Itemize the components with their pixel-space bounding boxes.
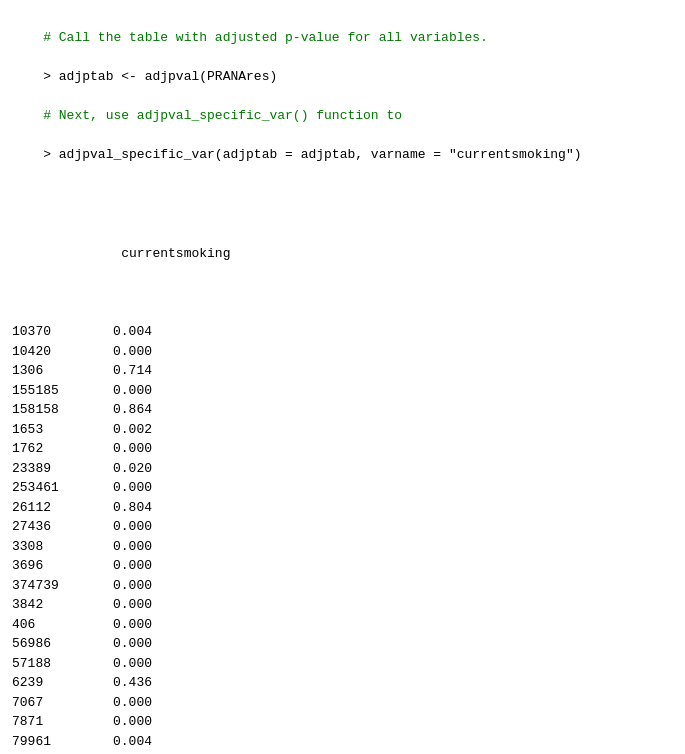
row-value: 0.020 [92, 459, 172, 479]
table-row: 16530.002 [12, 420, 673, 440]
row-id: 7067 [12, 693, 92, 713]
table-row: 103700.004 [12, 322, 673, 342]
table-row: 274360.000 [12, 517, 673, 537]
table-row: 62390.436 [12, 673, 673, 693]
table-row: 17620.000 [12, 439, 673, 459]
row-value: 0.000 [92, 517, 172, 537]
row-id: 27436 [12, 517, 92, 537]
table-row: 2534610.000 [12, 478, 673, 498]
row-value: 0.000 [92, 712, 172, 732]
row-value: 0.000 [92, 693, 172, 713]
row-value: 0.000 [92, 576, 172, 596]
row-value: 0.000 [92, 478, 172, 498]
row-id: 10370 [12, 322, 92, 342]
row-id: 3696 [12, 556, 92, 576]
row-value: 0.004 [92, 322, 172, 342]
row-value: 0.000 [92, 537, 172, 557]
column-header: currentsmoking [59, 246, 231, 261]
row-id: 57188 [12, 654, 92, 674]
row-value: 0.864 [92, 400, 172, 420]
console-output: # Call the table with adjusted p-value f… [12, 8, 673, 754]
row-id: 158158 [12, 400, 92, 420]
comment-line-2: # Next, use adjpval_specific_var() funct… [43, 108, 402, 123]
row-value: 0.804 [92, 498, 172, 518]
table-row: 233890.020 [12, 459, 673, 479]
row-id: 3842 [12, 595, 92, 615]
table-row: 4060.000 [12, 615, 673, 635]
table-row: 38420.000 [12, 595, 673, 615]
table-row: 70670.000 [12, 693, 673, 713]
row-id: 3308 [12, 537, 92, 557]
row-value: 0.002 [92, 420, 172, 440]
row-value: 0.000 [92, 556, 172, 576]
table-row: 13060.714 [12, 361, 673, 381]
command-line-1: > adjptab <- adjpval(PRANAres) [43, 69, 277, 84]
column-header-row: currentsmoking [12, 225, 673, 284]
table-row: 261120.804 [12, 498, 673, 518]
output-table: currentsmoking 103700.004104200.00013060… [12, 186, 673, 755]
row-id: 26112 [12, 498, 92, 518]
row-id: 374739 [12, 576, 92, 596]
row-id: 1762 [12, 439, 92, 459]
row-value: 0.714 [92, 361, 172, 381]
table-row: 3747390.000 [12, 576, 673, 596]
data-rows-container: 103700.004104200.00013060.7141551850.000… [12, 322, 673, 754]
command-line-2: > adjpval_specific_var(adjptab = adjptab… [43, 147, 581, 162]
row-id: 406 [12, 615, 92, 635]
table-row: 78710.000 [12, 712, 673, 732]
row-value: 0.000 [92, 595, 172, 615]
row-value: 0.000 [92, 634, 172, 654]
row-id: 1306 [12, 361, 92, 381]
row-value: 0.000 [92, 654, 172, 674]
table-row: 33080.000 [12, 537, 673, 557]
row-id: 56986 [12, 634, 92, 654]
table-row: 571880.000 [12, 654, 673, 674]
row-value: 0.436 [92, 673, 172, 693]
row-value: 0.000 [92, 342, 172, 362]
row-id: 155185 [12, 381, 92, 401]
table-row: 1581580.864 [12, 400, 673, 420]
table-row: 569860.000 [12, 634, 673, 654]
row-value: 0.000 [92, 615, 172, 635]
comment-line-1: # Call the table with adjusted p-value f… [43, 30, 488, 45]
table-row: 1551850.000 [12, 381, 673, 401]
table-row: 799610.004 [12, 732, 673, 752]
table-row: 36960.000 [12, 556, 673, 576]
row-id: 79961 [12, 732, 92, 752]
row-value: 0.000 [92, 381, 172, 401]
row-id: 7871 [12, 712, 92, 732]
row-id: 253461 [12, 478, 92, 498]
row-id: 1653 [12, 420, 92, 440]
table-row: 104200.000 [12, 342, 673, 362]
row-value: 0.000 [92, 439, 172, 459]
row-value: 0.004 [92, 732, 172, 752]
row-id: 23389 [12, 459, 92, 479]
row-id: 6239 [12, 673, 92, 693]
row-id: 10420 [12, 342, 92, 362]
